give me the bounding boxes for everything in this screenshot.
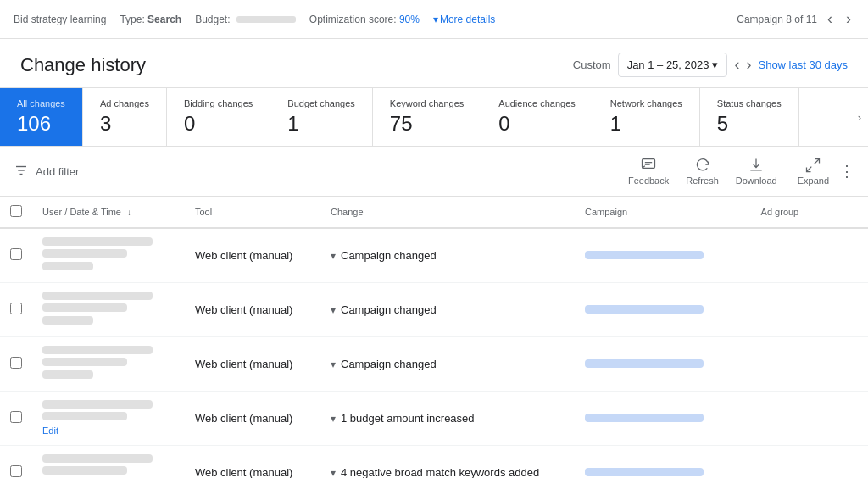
- tool-cell: Web client (manual): [185, 283, 320, 337]
- svg-line-6: [815, 159, 820, 164]
- change-text: 1 budget amount increased: [341, 412, 475, 425]
- campaign-cell: [575, 283, 751, 337]
- tile-ad-changes[interactable]: Ad changes 3: [83, 88, 167, 146]
- campaign-prev-button[interactable]: ‹: [824, 7, 836, 31]
- summary-tiles: All changes 106 Ad changes 3 Bidding cha…: [0, 88, 868, 147]
- more-options-button[interactable]: ⋮: [839, 162, 854, 181]
- budget-value: [236, 16, 296, 23]
- show-last-30-link[interactable]: Show last 30 days: [758, 58, 848, 71]
- user-blurred: [42, 237, 153, 246]
- download-icon: [748, 157, 765, 174]
- top-bar: Bid strategy learning Type: Search Budge…: [0, 0, 868, 39]
- date-blurred: [42, 466, 127, 475]
- row-checkbox-cell[interactable]: [0, 228, 32, 283]
- budget-label: Budget:: [195, 14, 296, 25]
- summary-more-button[interactable]: ›: [851, 88, 868, 146]
- tile-budget-changes-label: Budget changes: [287, 98, 355, 108]
- feedback-button[interactable]: Feedback: [621, 153, 676, 189]
- download-label: Download: [736, 175, 777, 186]
- tile-network-changes-count: 1: [610, 112, 682, 136]
- row-checkbox-cell[interactable]: [0, 283, 32, 337]
- date-range-selector[interactable]: Jan 1 – 25, 2023 ▾: [618, 53, 728, 77]
- user-blurred: [42, 454, 153, 463]
- table-row: Edit Web client (manual) ▾ 1 budget amou…: [0, 392, 868, 446]
- select-all-header[interactable]: [0, 197, 32, 228]
- tile-budget-changes[interactable]: Budget changes 1: [270, 88, 373, 146]
- tile-keyword-changes-count: 75: [390, 112, 464, 136]
- tile-status-changes-count: 5: [717, 112, 782, 136]
- tile-keyword-changes[interactable]: Keyword changes 75: [373, 88, 481, 146]
- date-next-button[interactable]: ›: [746, 56, 751, 74]
- row-checkbox[interactable]: [10, 248, 22, 260]
- feedback-label: Feedback: [628, 175, 669, 186]
- adgroup-cell: [751, 228, 868, 283]
- tool-cell: Web client (manual): [185, 337, 320, 392]
- type-value: Search: [147, 14, 181, 25]
- campaign-header: Campaign: [575, 197, 751, 228]
- row-checkbox[interactable]: [10, 465, 22, 477]
- refresh-label: Refresh: [686, 175, 719, 186]
- refresh-button[interactable]: Refresh: [679, 153, 726, 189]
- adgroup-cell: [751, 337, 868, 392]
- chevron-down-icon[interactable]: ▾: [331, 250, 336, 262]
- user-date-header[interactable]: User / Date & Time ↓: [32, 197, 185, 228]
- tile-status-changes[interactable]: Status changes 5: [700, 88, 799, 146]
- tile-audience-changes-count: 0: [498, 112, 576, 136]
- row-checkbox[interactable]: [10, 411, 22, 423]
- campaign-nav-text: Campaign 8 of 11: [737, 14, 817, 25]
- tile-network-changes[interactable]: Network changes 1: [593, 88, 700, 146]
- more-details-link[interactable]: ▾ More details: [433, 14, 495, 25]
- campaign-cell: [575, 446, 751, 479]
- user-date-cell: [32, 228, 185, 283]
- tile-all-changes[interactable]: All changes 106: [0, 88, 83, 146]
- time-blurred: [42, 316, 93, 325]
- select-all-checkbox[interactable]: [10, 205, 22, 217]
- row-checkbox-cell[interactable]: [0, 446, 32, 479]
- chevron-down-icon[interactable]: ▾: [331, 467, 336, 479]
- adgroup-cell: [751, 392, 868, 446]
- campaign-cell: [575, 337, 751, 392]
- date-range-text: Jan 1 – 25, 2023: [627, 58, 709, 71]
- svg-line-7: [807, 167, 812, 172]
- change-text: 4 negative broad match keywords added: [341, 466, 539, 478]
- edit-link[interactable]: Edit: [42, 425, 58, 436]
- user-date-cell: Edit: [32, 392, 185, 446]
- change-cell: ▾ Campaign changed: [320, 283, 575, 337]
- bid-strategy-label: Bid strategy learning: [14, 14, 106, 25]
- tile-audience-changes[interactable]: Audience changes 0: [481, 88, 593, 146]
- tool-cell: Web client (manual): [185, 228, 320, 283]
- campaign-value: [585, 414, 704, 422]
- user-blurred: [42, 292, 153, 300]
- change-cell: ▾ Campaign changed: [320, 228, 575, 283]
- change-history-table: User / Date & Time ↓ Tool Change Campaig…: [0, 197, 868, 478]
- campaign-next-button[interactable]: ›: [843, 7, 854, 31]
- add-filter-button[interactable]: Add filter: [36, 165, 79, 178]
- tile-bidding-changes[interactable]: Bidding changes 0: [167, 88, 270, 146]
- user-blurred: [42, 400, 153, 409]
- table-row: Edit Web client (manual) ▾ 4 negative br…: [0, 446, 868, 479]
- expand-icon: [804, 157, 821, 174]
- adgroup-cell: [751, 446, 868, 479]
- chevron-down-icon[interactable]: ▾: [331, 413, 336, 425]
- user-date-cell: Edit: [32, 446, 185, 479]
- download-button[interactable]: Download: [729, 153, 784, 189]
- expand-button[interactable]: Expand: [791, 153, 836, 189]
- date-blurred: [42, 358, 127, 366]
- row-checkbox-cell[interactable]: [0, 392, 32, 446]
- change-cell: ▾ Campaign changed: [320, 337, 575, 392]
- table-row: Web client (manual) ▾ Campaign changed: [0, 337, 868, 392]
- row-checkbox-cell[interactable]: [0, 337, 32, 392]
- top-bar-right: Campaign 8 of 11 ‹ ›: [737, 7, 854, 31]
- change-cell: ▾ 4 negative broad match keywords added: [320, 446, 575, 479]
- adgroup-cell: [751, 283, 868, 337]
- filter-bar: Add filter Feedback Refresh Download: [0, 147, 868, 197]
- date-prev-button[interactable]: ‹: [734, 56, 739, 74]
- row-checkbox[interactable]: [10, 303, 22, 314]
- table-row: Web client (manual) ▾ Campaign changed: [0, 283, 868, 337]
- date-blurred: [42, 303, 127, 312]
- filter-icon: [14, 163, 29, 181]
- chevron-down-icon[interactable]: ▾: [331, 304, 336, 316]
- chevron-down-icon[interactable]: ▾: [331, 358, 336, 370]
- tool-cell: Web client (manual): [185, 446, 320, 479]
- row-checkbox[interactable]: [10, 357, 22, 369]
